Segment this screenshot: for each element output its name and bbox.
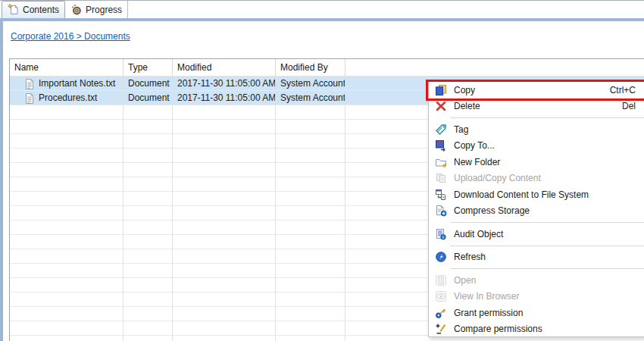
upload-copy-content-icon [435, 172, 447, 184]
empty-cell [173, 134, 276, 149]
menu-separator [450, 117, 644, 118]
context-menu: CopyCtrl+CDeleteDelTagCopy To...New Fold… [428, 81, 644, 337]
empty-cell [173, 278, 276, 293]
empty-cell [173, 307, 276, 321]
frame-border-left [0, 18, 3, 341]
menu-item-compress-storage[interactable]: Compress Storage [429, 203, 644, 220]
empty-cell [10, 307, 123, 321]
menu-item-label: Refresh [454, 252, 486, 262]
menu-separator [450, 246, 644, 246]
tab-progress[interactable]: Progress [65, 1, 128, 18]
menu-item-label: Delete [454, 101, 480, 111]
progress-tab-icon [70, 4, 83, 16]
empty-cell [173, 163, 276, 177]
tab-contents[interactable]: Contents [2, 1, 65, 18]
tab-bar: ContentsProgress [0, 0, 644, 18]
menu-item-compare-permissions[interactable]: Compare permissions [429, 321, 644, 338]
empty-cell [276, 235, 345, 249]
menu-item-open: Open [429, 272, 644, 289]
empty-cell [173, 321, 276, 336]
menu-item-label: Grant permission [454, 308, 523, 318]
menu-item-label: View In Browser [454, 291, 519, 302]
menu-item-label: Copy [454, 85, 475, 95]
tab-label: Contents [23, 5, 59, 15]
empty-cell [276, 105, 345, 120]
copy-icon [435, 84, 447, 96]
menu-item-delete[interactable]: DeleteDel [429, 99, 644, 115]
empty-cell [123, 235, 173, 249]
column-header-modified[interactable]: Modified [173, 59, 276, 77]
empty-cell [123, 177, 173, 192]
empty-cell [123, 293, 173, 307]
tag-icon [435, 124, 447, 136]
cell-name: Procedures.txt [10, 91, 123, 105]
empty-cell [173, 235, 276, 249]
empty-cell [173, 264, 276, 278]
frame-border-top [0, 18, 644, 21]
empty-cell [173, 149, 276, 163]
menu-item-label: Audit Object [454, 229, 503, 239]
file-name: Procedures.txt [39, 92, 97, 103]
compare-permissions-icon [435, 323, 447, 335]
empty-cell [276, 278, 345, 293]
empty-cell [173, 206, 276, 221]
cell-modified: 2017-11-30 11:05:00 AM [173, 91, 276, 105]
empty-cell [276, 221, 345, 235]
menu-item-copy-to[interactable]: Copy To... [429, 138, 644, 155]
empty-cell [123, 221, 173, 235]
empty-cell [276, 336, 345, 341]
menu-item-shortcut: Del [622, 101, 636, 111]
refresh-icon [435, 251, 447, 263]
empty-cell [276, 177, 345, 192]
open-icon [435, 274, 447, 286]
menu-item-label: Open [454, 275, 476, 286]
empty-cell [173, 177, 276, 192]
menu-item-label: Compare permissions [454, 324, 542, 334]
menu-item-label: Copy To... [454, 140, 495, 151]
empty-cell [276, 120, 345, 134]
menu-item-copy[interactable]: CopyCtrl+C [429, 82, 644, 99]
column-header-type[interactable]: Type [123, 59, 173, 77]
empty-cell [123, 249, 173, 264]
menu-item-refresh[interactable]: Refresh [429, 249, 644, 266]
empty-cell [276, 293, 345, 307]
file-name: Important Notes.txt [39, 78, 115, 89]
menu-item-tag[interactable]: Tag [429, 121, 644, 138]
menu-separator [450, 268, 644, 269]
empty-cell [276, 249, 345, 264]
column-header-filler [345, 59, 644, 77]
empty-cell [10, 321, 123, 336]
empty-cell [123, 336, 173, 341]
table-header: NameTypeModifiedModified By [10, 59, 644, 77]
empty-cell [10, 249, 123, 264]
menu-item-new-folder[interactable]: New Folder [429, 154, 644, 170]
empty-cell [10, 177, 123, 192]
tab-label: Progress [86, 5, 122, 15]
compress-storage-icon [435, 205, 447, 217]
empty-cell [123, 192, 173, 206]
menu-item-upload-copy-content: Upload/Copy Content [429, 170, 644, 187]
empty-cell [173, 192, 276, 206]
breadcrumb-link[interactable]: Corporate 2016 > Documents [11, 31, 130, 42]
menu-item-label: Compress Storage [454, 205, 530, 216]
cell-modified: 2017-11-30 11:05:00 AM [173, 77, 276, 91]
empty-cell [123, 134, 173, 149]
empty-cell [10, 293, 123, 307]
empty-cell [276, 321, 345, 336]
column-header-modified-by[interactable]: Modified By [276, 59, 345, 77]
menu-item-audit-object[interactable]: Audit Object [429, 226, 644, 242]
menu-item-download-content-to-file-system[interactable]: Download Content to File System [429, 186, 644, 203]
empty-cell [10, 134, 123, 149]
empty-cell [123, 120, 173, 134]
copy-to-icon [435, 139, 447, 152]
menu-item-grant-permission[interactable]: Grant permission [429, 305, 644, 321]
empty-cell [10, 221, 123, 235]
menu-item-label: New Folder [454, 157, 500, 167]
menu-item-shortcut: Ctrl+C [610, 85, 636, 95]
empty-cell [173, 105, 276, 120]
document-icon [23, 78, 35, 89]
empty-cell [276, 192, 345, 206]
view-in-browser-icon [435, 290, 447, 302]
column-header-name[interactable]: Name [10, 59, 123, 77]
grant-permission-icon [435, 307, 447, 319]
